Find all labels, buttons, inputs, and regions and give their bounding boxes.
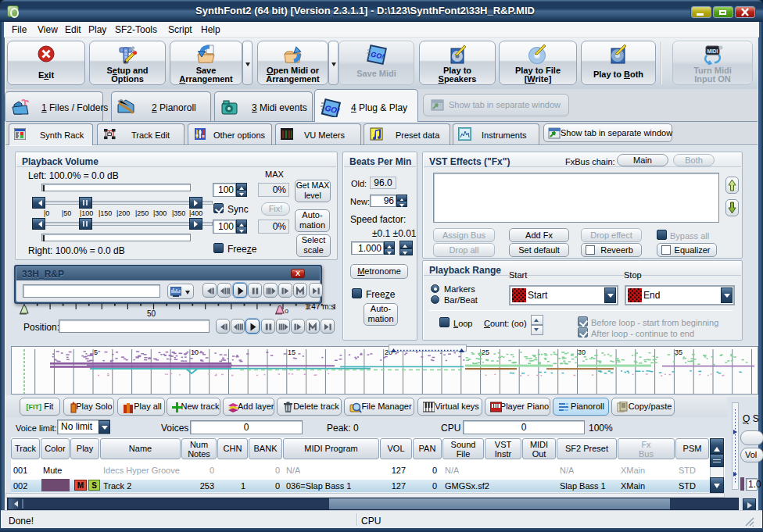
svg-text:o: o [285, 307, 288, 315]
svg-text:15: 15 [288, 348, 296, 356]
svg-text:MIDI: MIDI [707, 48, 718, 54]
svg-text:50: 50 [147, 309, 156, 318]
svg-text:25: 25 [482, 348, 489, 356]
